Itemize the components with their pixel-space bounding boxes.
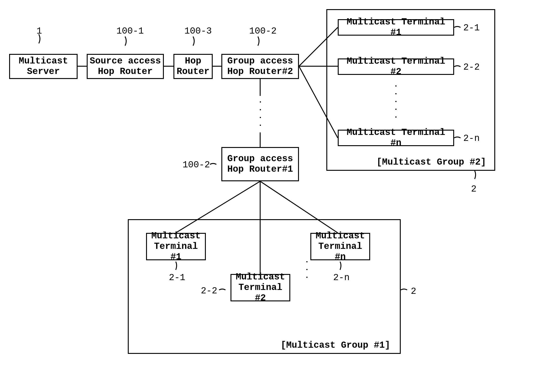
g1-terminal-n: Multicast Terminal #n bbox=[310, 233, 370, 260]
g1-terminal-2: Multicast Terminal #2 bbox=[231, 274, 290, 301]
multicast-server-node: Multicast Server bbox=[9, 54, 78, 79]
hop-router-node: Hop Router bbox=[174, 54, 213, 79]
group-access-router-1-node: Group access Hop Router#1 bbox=[221, 147, 299, 181]
g1-terminal-dots: ··· bbox=[304, 258, 310, 281]
group1-label: [Multicast Group #1] bbox=[281, 340, 390, 350]
g1-terminal-1-ref: 2-1 bbox=[169, 273, 185, 283]
g1-terminal-n-ref: 2-n bbox=[333, 273, 350, 283]
group-access-router-2-node: Group access Hop Router#2 bbox=[221, 54, 299, 79]
g2-terminal-dots: ····· bbox=[393, 82, 399, 121]
g1-terminal-2-ref: 2-2 bbox=[201, 286, 217, 296]
multicast-server-ref: 1 bbox=[37, 26, 42, 36]
group-access-router-1-ref: 100-2 bbox=[183, 160, 210, 170]
group2-ref: 2 bbox=[471, 184, 476, 194]
g2-terminal-2-ref: 2-2 bbox=[463, 62, 480, 72]
router-chain-dots: ···· bbox=[257, 98, 264, 129]
source-access-router-ref: 100-1 bbox=[116, 26, 144, 36]
g2-terminal-1-ref: 2-1 bbox=[463, 23, 480, 33]
g2-terminal-2: Multicast Terminal #2 bbox=[338, 59, 454, 75]
group-access-router-2-ref: 100-2 bbox=[249, 26, 277, 36]
g1-terminal-1: Multicast Terminal #1 bbox=[146, 233, 206, 260]
g2-terminal-n-ref: 2-n bbox=[463, 133, 480, 144]
g2-terminal-n: Multicast Terminal #n bbox=[338, 130, 454, 146]
hop-router-ref: 100-3 bbox=[184, 26, 212, 36]
source-access-router-node: Source access Hop Router bbox=[87, 54, 164, 79]
g2-terminal-1: Multicast Terminal #1 bbox=[338, 19, 454, 36]
group2-label: [Multicast Group #2] bbox=[377, 157, 486, 167]
group1-ref: 2 bbox=[411, 286, 416, 296]
